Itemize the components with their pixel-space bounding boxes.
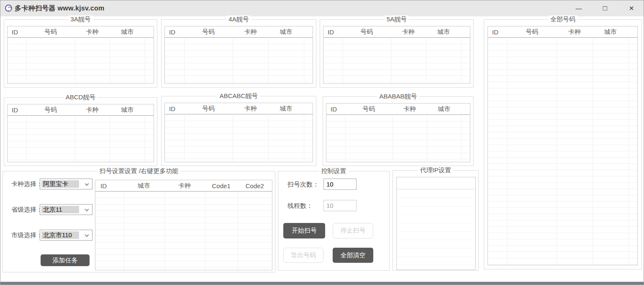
- chevron-down-icon: [85, 233, 89, 237]
- column-divider: [345, 115, 346, 162]
- list-body: [165, 38, 313, 83]
- titlebar: 多卡种扫号器 www.kjsv.com — □ ✕: [0, 0, 644, 16]
- panel-4a-title: 4A靓号: [226, 16, 251, 23]
- list-abcabc[interactable]: ID 号码 卡种 城市: [164, 103, 313, 162]
- column-divider: [205, 192, 205, 270]
- city-select[interactable]: 北京市110: [40, 230, 92, 241]
- window-title: 多卡种扫号器 www.kjsv.com: [15, 0, 105, 16]
- panel-abcd: ABCD靓号 ID 号码 卡种 城市: [4, 97, 157, 166]
- start-scan-button[interactable]: 开始扫号: [283, 223, 325, 238]
- column-divider: [233, 115, 233, 162]
- col-card: 卡种: [233, 28, 268, 36]
- panel-ababab-title: ABABAB靓号: [377, 93, 419, 101]
- scan-count-label: 扫号次数：: [287, 179, 319, 190]
- col-card: 卡种: [164, 182, 205, 190]
- col-number: 号码: [184, 28, 233, 36]
- col-id: ID: [165, 28, 184, 36]
- proxy-list-header: [397, 177, 475, 189]
- column-divider: [110, 116, 110, 162]
- column-divider: [391, 38, 391, 83]
- col-number: 号码: [184, 105, 233, 113]
- col-card: 卡种: [393, 105, 427, 113]
- list-body: [323, 38, 470, 83]
- province-select[interactable]: 北京11: [40, 204, 92, 215]
- add-task-button[interactable]: 添加任务: [41, 254, 90, 266]
- column-divider: [593, 38, 593, 265]
- export-numbers-button[interactable]: 导出号码: [283, 248, 323, 263]
- panel-proxy-title: 代理IP设置: [418, 166, 453, 174]
- list-body: [8, 116, 154, 162]
- col-card: 卡种: [75, 106, 110, 114]
- list-3a[interactable]: ID 号码 卡种 城市: [7, 26, 154, 84]
- column-divider: [26, 38, 27, 83]
- panel-abcd-title: ABCD靓号: [64, 93, 98, 101]
- col-city: 城市: [593, 28, 629, 36]
- card-type-selected-value: 阿里宝卡: [41, 180, 79, 188]
- panel-all-title: 全部号码: [548, 16, 577, 23]
- col-card: 卡种: [557, 28, 593, 36]
- stop-scan-button[interactable]: 停止扫号: [333, 223, 373, 238]
- panel-all-numbers: 全部号码 ID 号码 卡种 城市: [484, 19, 642, 269]
- panel-control-title: 控制设置: [319, 167, 349, 175]
- list-header: ID 号码 卡种 城市: [488, 26, 637, 38]
- chevron-down-icon: [85, 182, 89, 186]
- proxy-ip-list[interactable]: [396, 177, 476, 270]
- panel-5a-title: 5A靓号: [385, 16, 409, 23]
- column-divider: [124, 192, 124, 270]
- scan-count-input[interactable]: [323, 179, 357, 190]
- col-id: ID: [323, 28, 343, 36]
- column-divider: [629, 38, 629, 265]
- col-city: 城市: [124, 182, 164, 190]
- city-selected-value: 北京市110: [41, 231, 79, 239]
- thread-count-label: 线程数：: [287, 200, 313, 211]
- app-window: 多卡种扫号器 www.kjsv.com — □ ✕ 3A靓号 ID 号码 卡种 …: [0, 0, 644, 285]
- list-ababab[interactable]: ID 号码 卡种 城市: [326, 103, 470, 162]
- col-number: 号码: [26, 28, 74, 36]
- app-logo-icon: [5, 5, 12, 12]
- panel-5a: 5A靓号 ID 号码 卡种 城市: [320, 19, 474, 88]
- column-divider: [145, 38, 145, 83]
- list-header: ID 号码 卡种 城市: [165, 103, 313, 114]
- list-4a[interactable]: ID 号码 卡种 城市: [164, 26, 313, 84]
- card-type-label: 卡种选择：: [11, 179, 43, 189]
- column-divider: [75, 38, 75, 83]
- list-header: ID 号码 卡种 城市: [8, 26, 154, 38]
- column-divider: [268, 38, 269, 83]
- list-5a[interactable]: ID 号码 卡种 城市: [323, 26, 470, 84]
- column-divider: [184, 115, 185, 162]
- col-number: 号码: [26, 106, 74, 114]
- column-divider: [238, 192, 238, 270]
- col-id: ID: [165, 105, 184, 112]
- column-divider: [427, 115, 427, 162]
- col-id: ID: [95, 182, 124, 189]
- province-selected-value: 北京11: [41, 206, 79, 213]
- minimize-button[interactable]: —: [572, 0, 585, 16]
- panel-abcabc-title: ABCABC靓号: [218, 92, 260, 100]
- panel-3a: 3A靓号 ID 号码 卡种 城市: [4, 19, 157, 88]
- list-body: [8, 38, 154, 83]
- close-button[interactable]: ✕: [625, 0, 638, 16]
- list-header: ID 号码 卡种 城市: [323, 26, 470, 38]
- list-header: ID 号码 卡种 城市: [326, 104, 470, 115]
- col-city: 城市: [268, 105, 304, 113]
- panel-3a-title: 3A靓号: [68, 16, 92, 23]
- card-type-select[interactable]: 阿里宝卡: [40, 179, 92, 189]
- task-list[interactable]: ID 城市 卡种 Code1 Code2: [95, 180, 272, 270]
- list-all-numbers[interactable]: ID 号码 卡种 城市: [487, 26, 638, 265]
- maximize-button[interactable]: □: [598, 0, 612, 16]
- col-city: 城市: [110, 28, 145, 36]
- column-divider: [461, 115, 462, 162]
- column-divider: [461, 38, 462, 83]
- col-city: 城市: [427, 105, 461, 113]
- list-body: [165, 115, 313, 162]
- list-abcd[interactable]: ID 号码 卡种 城市: [7, 104, 154, 162]
- chevron-down-icon: [85, 207, 89, 212]
- column-divider: [145, 116, 145, 162]
- clear-all-button[interactable]: 全部清空: [333, 248, 373, 263]
- col-code1: Code1: [205, 182, 238, 189]
- thread-count-input[interactable]: [323, 200, 357, 211]
- col-id: ID: [326, 106, 345, 113]
- column-divider: [268, 115, 269, 162]
- city-label: 市级选择：: [11, 230, 43, 241]
- list-body: [488, 38, 637, 265]
